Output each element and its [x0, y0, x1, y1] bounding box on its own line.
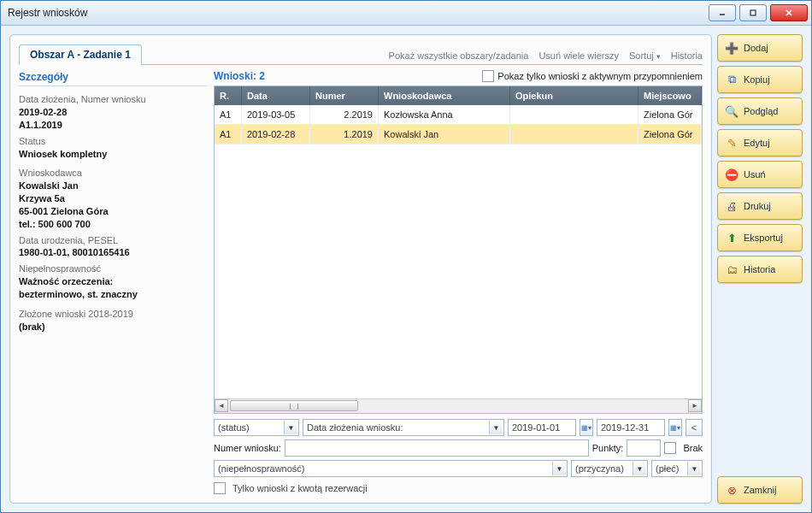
maximize-button[interactable]	[739, 4, 767, 21]
view-button[interactable]: 🔍Podgląd	[717, 97, 803, 125]
applicant-city: 65-001 Zielona Góra	[19, 205, 207, 218]
print-button[interactable]: 🖨Drukuj	[717, 192, 803, 220]
link-delete-many-rows[interactable]: Usuń wiele wierszy	[538, 50, 619, 61]
svg-rect-1	[750, 10, 756, 15]
link-sort[interactable]: Sortuj	[629, 50, 661, 61]
window-buttons	[709, 4, 808, 21]
scroll-left-button[interactable]: ◄	[215, 399, 228, 412]
details-panel: Szczegóły Data złożenia, Numer wniosku 2…	[19, 70, 207, 494]
delete-icon: ⛔	[725, 168, 738, 181]
delete-button[interactable]: ⛔Usuń	[717, 161, 803, 188]
action-sidebar: ➕Dodaj ⧉Kopiuj 🔍Podgląd ✎Edytuj ⛔Usuń 🖨D…	[717, 34, 803, 504]
brak-checkbox[interactable]	[664, 442, 676, 454]
numer-label: Numer wniosku:	[214, 443, 281, 453]
table-body: A1 2019-03-05 2.2019 Kozłowska Anna Ziel…	[215, 105, 702, 398]
applicant-phone: tel.: 500 600 700	[19, 218, 207, 231]
numer-input[interactable]	[285, 439, 589, 457]
col-r[interactable]: R.	[215, 86, 242, 105]
reservation-label: Tylko wnioski z kwotą rezerwacji	[232, 483, 368, 493]
status-combo[interactable]: (status)▼	[214, 419, 299, 436]
date-field-combo[interactable]: Data złożenia wniosku:▼	[303, 419, 504, 436]
reason-combo[interactable]: (przyczyna)▼	[571, 460, 648, 477]
date-prev-button[interactable]: <	[685, 419, 703, 436]
scroll-thumb[interactable]	[230, 400, 358, 411]
copy-button[interactable]: ⧉Kopiuj	[717, 66, 803, 93]
col-miejscowosc[interactable]: Miejscowo	[638, 86, 702, 105]
link-history[interactable]: Historia	[671, 50, 703, 61]
col-data[interactable]: Data	[242, 86, 310, 105]
details-header: Szczegóły	[19, 70, 207, 86]
chevron-down-icon: ▼	[552, 462, 566, 475]
col-wnioskodawca[interactable]: Wnioskodawca	[379, 86, 510, 105]
applications-count: Wnioski: 2	[214, 70, 265, 82]
submission-label: Data złożenia, Numer wniosku	[19, 93, 207, 106]
punkty-input[interactable]	[627, 439, 661, 457]
edit-icon: ✎	[725, 136, 738, 150]
disability-line1: Ważność orzeczenia:	[19, 275, 207, 288]
chevron-down-icon: ▼	[489, 421, 503, 434]
table-row[interactable]: A1 2019-03-05 2.2019 Kozłowska Anna Ziel…	[215, 105, 702, 125]
status-value: Wniosek kompletny	[19, 148, 207, 161]
applicant-street: Krzywa 5a	[19, 192, 207, 205]
date-from-input[interactable]: 2019-01-01	[508, 419, 576, 436]
top-links: Pokaż wszystkie obszary/zadania Usuń wie…	[389, 50, 703, 61]
date-to-picker-button[interactable]: ▦▾	[668, 419, 682, 436]
active-reminder-label: Pokaz tylko wnioski z aktywnym przypomni…	[497, 71, 703, 81]
minimize-button[interactable]	[709, 4, 736, 21]
tab-area-task[interactable]: Obszar A - Zadanie 1	[19, 44, 142, 65]
app-window: Rejestr wniosków Obszar A - Zadanie 1 Po…	[0, 0, 812, 513]
window-title: Rejestr wniosków	[8, 7, 709, 19]
chevron-down-icon: ▼	[284, 421, 297, 434]
disability-label: Niepełnosprawność	[19, 262, 207, 275]
status-label: Status	[19, 135, 207, 148]
history-button[interactable]: 🗂Historia	[717, 256, 803, 283]
punkty-label: Punkty:	[592, 443, 624, 453]
list-header: Wnioski: 2 Pokaz tylko wnioski z aktywny…	[214, 70, 703, 82]
disability-combo[interactable]: (niepełnosprawność)▼	[214, 460, 568, 477]
main-panel: Obszar A - Zadanie 1 Pokaż wszystkie obs…	[9, 34, 712, 504]
export-icon: ⬆	[725, 231, 738, 245]
filters-panel: (status)▼ Data złożenia wniosku:▼ 2019-0…	[214, 419, 703, 494]
add-icon: ➕	[725, 41, 738, 55]
applicant-label: Wnioskodawca	[19, 167, 207, 180]
close-icon: ⊗	[725, 483, 738, 497]
date-to-input[interactable]: 2019-12-31	[597, 419, 665, 436]
link-show-all-areas[interactable]: Pokaż wszystkie obszary/zadania	[389, 50, 529, 61]
print-icon: 🖨	[725, 199, 738, 213]
history-icon: 🗂	[725, 262, 738, 276]
horizontal-scrollbar[interactable]: ◄ ►	[215, 398, 702, 413]
body-row: Szczegóły Data złożenia, Numer wniosku 2…	[19, 64, 703, 494]
table-header: R. Data Numer Wnioskodawca Opiekun Miejs…	[215, 86, 702, 105]
col-numer[interactable]: Numer	[310, 86, 379, 105]
submission-number: A1.1.2019	[19, 119, 207, 132]
date-from-picker-button[interactable]: ▦▾	[580, 419, 593, 436]
applicant-name: Kowalski Jan	[19, 180, 207, 192]
top-row: Obszar A - Zadanie 1 Pokaż wszystkie obs…	[19, 44, 703, 64]
chevron-down-icon: ▼	[633, 462, 646, 475]
active-reminder-checkbox[interactable]	[482, 70, 494, 82]
disability-line2: bezterminowo, st. znaczny	[19, 288, 207, 301]
dob-value: 1980-01-01, 80010165416	[19, 246, 207, 259]
table-row[interactable]: A1 2019-02-28 1.2019 Kowalski Jan Zielon…	[215, 125, 702, 144]
submitted-label: Złożone wnioski 2018-2019	[19, 308, 207, 321]
applications-table: R. Data Numer Wnioskodawca Opiekun Miejs…	[214, 86, 703, 414]
view-icon: 🔍	[725, 104, 738, 118]
close-window-button[interactable]	[770, 4, 808, 21]
list-panel: Wnioski: 2 Pokaz tylko wnioski z aktywny…	[214, 70, 703, 494]
edit-button[interactable]: ✎Edytuj	[717, 129, 803, 156]
copy-icon: ⧉	[725, 73, 738, 86]
brak-label: Brak	[683, 443, 703, 453]
export-button[interactable]: ⬆Eksportuj	[717, 224, 803, 251]
add-button[interactable]: ➕Dodaj	[717, 34, 803, 62]
gender-combo[interactable]: (płeć)▼	[651, 460, 703, 477]
col-opiekun[interactable]: Opiekun	[510, 86, 638, 105]
titlebar: Rejestr wniosków	[1, 1, 811, 26]
submitted-value: (brak)	[19, 321, 207, 333]
content-area: Obszar A - Zadanie 1 Pokaż wszystkie obs…	[1, 26, 811, 512]
submission-date: 2019-02-28	[19, 106, 207, 119]
scroll-right-button[interactable]: ►	[688, 399, 702, 412]
reservation-checkbox[interactable]	[214, 482, 226, 494]
dob-label: Data urodzenia, PESEL	[19, 234, 207, 247]
chevron-down-icon: ▼	[687, 462, 701, 475]
close-button[interactable]: ⊗Zamknij	[717, 476, 803, 504]
